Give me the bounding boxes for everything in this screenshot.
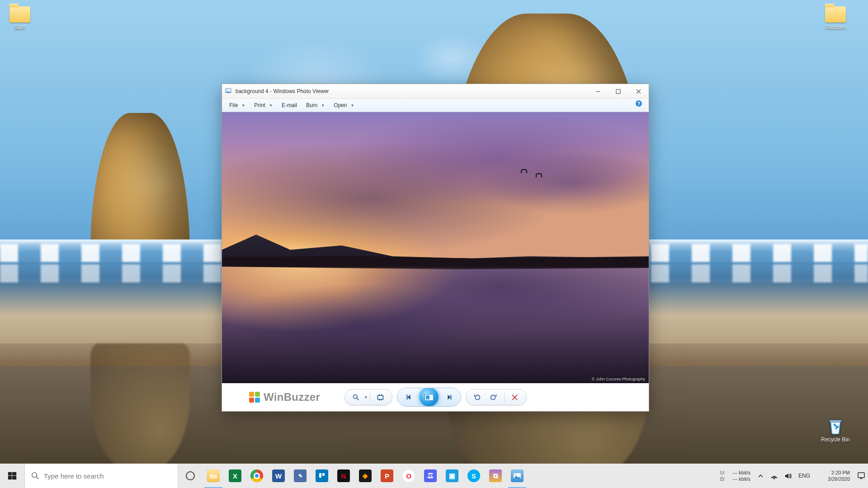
tray-overflow[interactable]: [754, 464, 768, 488]
zoom-button[interactable]: [349, 390, 364, 404]
menu-open[interactable]: Open▼: [329, 99, 359, 112]
watermark-logo: WinBuzzer: [249, 391, 320, 404]
net-speed-meter[interactable]: U: D:: [717, 464, 729, 488]
opera-icon: O: [402, 469, 415, 482]
clock-time: 2:20 PM: [831, 469, 850, 476]
rotate-ccw-button[interactable]: [470, 390, 485, 404]
taskbar-file-explorer[interactable]: [203, 464, 224, 488]
svg-point-19: [515, 474, 516, 476]
taskbar-app-editor[interactable]: ✎: [289, 464, 311, 488]
menu-email[interactable]: E-mail: [277, 99, 302, 112]
windows-logo-icon: [7, 471, 17, 481]
photo-canvas[interactable]: © John Cocores Photography: [222, 112, 649, 383]
recycle-bin[interactable]: Recycle Bin: [818, 416, 853, 443]
svg-text:?: ?: [637, 101, 641, 106]
tray-clock[interactable]: 2:20 PM 3/28/2020: [814, 464, 854, 488]
photo-credit: © John Cocores Photography: [592, 377, 645, 381]
file-explorer-icon: [207, 469, 220, 482]
close-button[interactable]: [628, 84, 649, 99]
powerpoint-icon: P: [381, 469, 393, 482]
svg-point-17: [431, 475, 432, 477]
word-icon: W: [272, 469, 285, 482]
desktop-folder-random[interactable]: Random: [818, 6, 853, 31]
tray-network[interactable]: [768, 464, 781, 488]
photo-viewer-icon: [511, 469, 524, 482]
search-icon: [31, 472, 39, 480]
minimize-button[interactable]: [588, 84, 608, 99]
taskbar-vs[interactable]: ⧉: [485, 464, 506, 488]
desktop-icon-label: Recycle Bin: [818, 436, 853, 443]
chevron-down-icon: ▼: [351, 103, 354, 108]
tray-language[interactable]: ENG: [795, 464, 814, 488]
desktop: Stuff Random Recycle Bin background 4 - …: [0, 0, 868, 488]
vs-icon: ⧉: [489, 469, 502, 482]
winbuzzer-logo-icon: [249, 392, 260, 403]
taskbar-skype[interactable]: S: [463, 464, 485, 488]
taskbar-trello[interactable]: [311, 464, 333, 488]
svg-point-13: [32, 473, 37, 478]
cortana-button[interactable]: [178, 464, 203, 488]
svg-point-16: [429, 475, 430, 477]
discord-icon: [424, 469, 437, 482]
taskbar-photo-viewer[interactable]: [506, 464, 528, 488]
svg-rect-12: [12, 476, 16, 479]
tray-volume[interactable]: [781, 464, 795, 488]
svg-rect-10: [12, 472, 16, 475]
taskbar-word[interactable]: W: [268, 464, 289, 488]
fit-to-window-button[interactable]: [373, 390, 388, 404]
menu-burn[interactable]: Burn▼: [302, 99, 329, 112]
svg-point-1: [226, 89, 227, 90]
taskbar-app-blue[interactable]: ▣: [441, 464, 463, 488]
editor-icon: ✎: [294, 469, 307, 482]
svg-rect-6: [378, 395, 383, 399]
delete-button[interactable]: [507, 390, 523, 404]
next-button[interactable]: [437, 388, 461, 406]
menu-file[interactable]: File▼: [225, 99, 250, 112]
taskbar-chrome[interactable]: [246, 464, 268, 488]
zoom-dropdown-caret[interactable]: ▾: [365, 395, 367, 399]
svg-point-20: [774, 478, 775, 479]
maximize-button[interactable]: [608, 84, 628, 99]
help-button[interactable]: ?: [635, 100, 646, 111]
window-title: background 4 - Windows Photo Viewer: [235, 88, 588, 94]
desktop-icon-label: Stuff: [3, 24, 37, 31]
slideshow-button[interactable]: [419, 388, 439, 407]
slideshow-icon: [425, 394, 434, 401]
chevron-down-icon: ▼: [269, 103, 273, 108]
taskbar: X W ✎ N ◆ P O ▣ S ⧉: [0, 464, 868, 488]
rotate-cw-button[interactable]: [486, 390, 501, 404]
taskbar-app-dark[interactable]: ◆: [354, 464, 376, 488]
taskbar-opera[interactable]: O: [398, 464, 420, 488]
tray-notifications[interactable]: [854, 464, 868, 488]
bird-icon: [536, 173, 542, 177]
netflix-icon: N: [337, 469, 350, 482]
skype-icon: S: [467, 469, 480, 482]
menu-print[interactable]: Print▼: [250, 99, 277, 112]
photo-viewer-window: background 4 - Windows Photo Viewer File…: [222, 84, 649, 412]
watermark-text: WinBuzzer: [264, 391, 320, 404]
taskbar-netflix[interactable]: N: [333, 464, 354, 488]
navigation-pill: [397, 388, 461, 407]
desktop-folder-stuff[interactable]: Stuff: [3, 6, 37, 31]
pinned-apps: X W ✎ N ◆ P O ▣ S ⧉: [203, 464, 528, 488]
controls-left-pill: ▾: [344, 389, 392, 405]
menubar: File▼ Print▼ E-mail Burn▼ Open▼ ?: [222, 99, 649, 112]
svg-rect-11: [8, 476, 12, 479]
taskbar-powerpoint[interactable]: P: [376, 464, 398, 488]
taskbar-discord[interactable]: [420, 464, 441, 488]
svg-rect-21: [858, 473, 864, 478]
previous-button[interactable]: [397, 388, 421, 406]
controls-toolbar: WinBuzzer ▾: [222, 383, 649, 411]
svg-rect-2: [616, 89, 620, 94]
clock-date: 3/28/2020: [828, 476, 850, 482]
app-dark-icon: ◆: [359, 469, 372, 482]
svg-rect-15: [322, 473, 325, 476]
chrome-icon: [250, 469, 263, 482]
chevron-down-icon: ▼: [321, 103, 325, 108]
search-input[interactable]: [44, 464, 171, 488]
start-button[interactable]: [0, 464, 24, 488]
search-box[interactable]: [24, 464, 178, 488]
chevron-down-icon: ▼: [241, 103, 245, 108]
taskbar-excel[interactable]: X: [224, 464, 246, 488]
titlebar[interactable]: background 4 - Windows Photo Viewer: [222, 84, 649, 99]
